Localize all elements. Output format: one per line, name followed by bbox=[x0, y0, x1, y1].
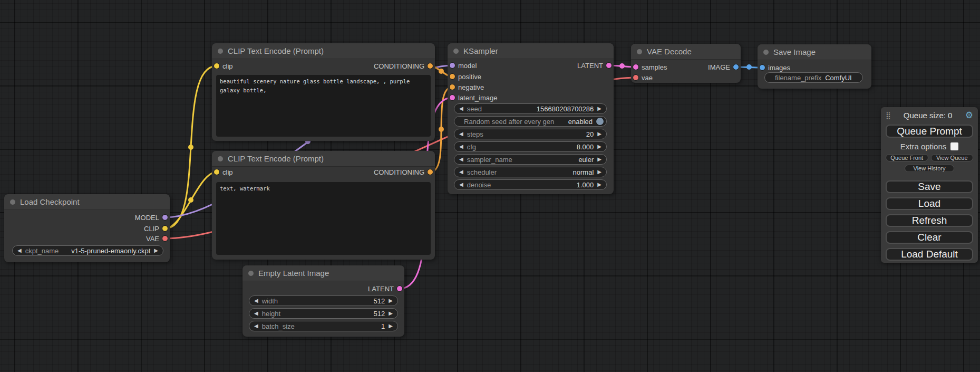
collapse-dot-icon[interactable] bbox=[248, 271, 254, 276]
node-titlebar[interactable]: CLIP Text Encode (Prompt) bbox=[212, 151, 435, 167]
widget-seed[interactable]: ◀ seed 156680208700286 ▶ bbox=[454, 103, 607, 114]
widget-denoise[interactable]: ◀ denoise 1.000 ▶ bbox=[454, 179, 607, 190]
clip-port-icon[interactable] bbox=[214, 63, 219, 69]
decrement-icon[interactable]: ◀ bbox=[254, 298, 258, 303]
output-latent: LATENT bbox=[577, 60, 612, 71]
collapse-dot-icon[interactable] bbox=[10, 199, 15, 205]
increment-icon[interactable]: ▶ bbox=[154, 248, 158, 253]
conditioning-port-icon[interactable] bbox=[428, 169, 433, 175]
port-label: model bbox=[458, 62, 477, 70]
conditioning-port-icon[interactable] bbox=[450, 74, 455, 79]
image-port-icon[interactable] bbox=[733, 64, 739, 70]
widget-batch-size[interactable]: ◀ batch_size 1 ▶ bbox=[249, 321, 398, 331]
input-images: images bbox=[760, 62, 790, 73]
widget-random-seed-toggle[interactable]: Random seed after every gen enabled bbox=[454, 116, 607, 127]
decrement-icon[interactable]: ◀ bbox=[459, 169, 463, 175]
node-load-checkpoint[interactable]: Load Checkpoint MODEL CLIP VAE ◀ ckpt_na… bbox=[4, 194, 170, 262]
clip-port-icon[interactable] bbox=[162, 226, 168, 231]
node-clip-text-encode-negative[interactable]: CLIP Text Encode (Prompt) clip CONDITION… bbox=[212, 151, 435, 260]
node-titlebar[interactable]: VAE Decode bbox=[631, 44, 741, 60]
widget-width[interactable]: ◀ width 512 ▶ bbox=[249, 295, 398, 306]
collapse-dot-icon[interactable] bbox=[763, 50, 769, 55]
queue-prompt-button[interactable]: Queue Prompt bbox=[886, 125, 973, 138]
decrement-icon[interactable]: ◀ bbox=[459, 144, 463, 149]
queue-size-label: Queue size: 0 bbox=[891, 111, 965, 120]
collapse-dot-icon[interactable] bbox=[218, 156, 223, 161]
node-titlebar[interactable]: Save Image bbox=[758, 44, 871, 60]
node-clip-text-encode-positive[interactable]: CLIP Text Encode (Prompt) clip CONDITION… bbox=[212, 43, 435, 141]
input-model: model bbox=[450, 60, 477, 71]
widget-label: ckpt_name bbox=[25, 247, 59, 255]
widget-scheduler[interactable]: ◀ scheduler normal ▶ bbox=[454, 167, 607, 177]
increment-icon[interactable]: ▶ bbox=[389, 311, 393, 316]
decrement-icon[interactable]: ◀ bbox=[459, 182, 463, 187]
increment-icon[interactable]: ▶ bbox=[597, 144, 601, 149]
refresh-button[interactable]: Refresh bbox=[886, 214, 973, 227]
increment-icon[interactable]: ▶ bbox=[597, 131, 601, 137]
node-titlebar[interactable]: Load Checkpoint bbox=[4, 194, 170, 210]
view-history-button[interactable]: View History bbox=[905, 165, 955, 172]
increment-icon[interactable]: ▶ bbox=[597, 182, 601, 187]
conditioning-port-icon[interactable] bbox=[428, 63, 433, 69]
node-titlebar[interactable]: CLIP Text Encode (Prompt) bbox=[212, 43, 435, 59]
increment-icon[interactable]: ▶ bbox=[597, 106, 601, 111]
view-queue-button[interactable]: View Queue bbox=[931, 154, 974, 161]
node-title: KSampler bbox=[463, 46, 498, 55]
node-title: Empty Latent Image bbox=[258, 269, 329, 278]
latent-port-icon[interactable] bbox=[606, 63, 612, 68]
decrement-icon[interactable]: ◀ bbox=[459, 157, 463, 162]
latent-port-icon[interactable] bbox=[397, 286, 402, 291]
toggle-dot-icon[interactable] bbox=[596, 118, 604, 125]
widget-sampler-name[interactable]: ◀ sampler_name euler ▶ bbox=[454, 154, 607, 165]
prompt-textarea[interactable]: text, watermark bbox=[216, 182, 431, 255]
settings-gear-icon[interactable]: ⚙ bbox=[965, 111, 973, 120]
graph-canvas[interactable]: Load Checkpoint MODEL CLIP VAE ◀ ckpt_na… bbox=[0, 0, 980, 372]
decrement-icon[interactable]: ◀ bbox=[17, 248, 22, 253]
clip-port-icon[interactable] bbox=[214, 169, 219, 175]
decrement-icon[interactable]: ◀ bbox=[254, 323, 258, 329]
queue-front-button[interactable]: Queue Front bbox=[886, 154, 928, 161]
conditioning-port-icon[interactable] bbox=[450, 84, 455, 90]
vae-port-icon[interactable] bbox=[633, 75, 638, 80]
latent-port-icon[interactable] bbox=[633, 64, 638, 70]
image-port-icon[interactable] bbox=[760, 65, 765, 70]
increment-icon[interactable]: ▶ bbox=[389, 298, 393, 303]
increment-icon[interactable]: ▶ bbox=[597, 169, 601, 175]
vae-port-icon[interactable] bbox=[162, 236, 168, 241]
load-default-button[interactable]: Load Default bbox=[886, 248, 973, 261]
load-button[interactable]: Load bbox=[886, 197, 973, 210]
node-titlebar[interactable]: KSampler bbox=[448, 43, 614, 59]
widget-filename-prefix[interactable]: filename_prefix ComfyUI bbox=[764, 72, 863, 83]
widget-height[interactable]: ◀ height 512 ▶ bbox=[249, 308, 398, 319]
save-button[interactable]: Save bbox=[886, 180, 973, 193]
node-empty-latent-image[interactable]: Empty Latent Image LATENT ◀ width 512 ▶ … bbox=[242, 265, 404, 337]
model-port-icon[interactable] bbox=[450, 63, 455, 68]
node-titlebar[interactable]: Empty Latent Image bbox=[242, 265, 404, 281]
node-ksampler[interactable]: KSampler model positive negative latent_… bbox=[448, 43, 614, 194]
clear-button[interactable]: Clear bbox=[886, 231, 973, 244]
increment-icon[interactable]: ▶ bbox=[597, 157, 601, 162]
drag-handle-icon[interactable]: ⣿ bbox=[886, 112, 891, 119]
widget-steps[interactable]: ◀ steps 20 ▶ bbox=[454, 129, 607, 139]
prompt-textarea[interactable]: beautiful scenery nature glass bottle la… bbox=[216, 75, 431, 137]
output-model: MODEL bbox=[135, 212, 168, 223]
port-label: VAE bbox=[146, 235, 159, 243]
widget-value: ComfyUI bbox=[825, 74, 852, 82]
increment-icon[interactable]: ▶ bbox=[389, 323, 393, 329]
decrement-icon[interactable]: ◀ bbox=[459, 131, 463, 137]
collapse-dot-icon[interactable] bbox=[637, 49, 642, 54]
widget-value: normal bbox=[573, 168, 594, 176]
output-vae: VAE bbox=[146, 233, 168, 244]
collapse-dot-icon[interactable] bbox=[218, 49, 223, 54]
node-save-image[interactable]: Save Image images filename_prefix ComfyU… bbox=[758, 44, 871, 89]
decrement-icon[interactable]: ◀ bbox=[254, 311, 258, 316]
decrement-icon[interactable]: ◀ bbox=[459, 106, 463, 111]
input-samples: samples bbox=[633, 62, 667, 72]
model-port-icon[interactable] bbox=[162, 215, 168, 220]
widget-cfg[interactable]: ◀ cfg 8.000 ▶ bbox=[454, 141, 607, 152]
collapse-dot-icon[interactable] bbox=[453, 49, 459, 54]
node-vae-decode[interactable]: VAE Decode samples vae IMAGE bbox=[631, 44, 741, 83]
latent-port-icon[interactable] bbox=[450, 95, 455, 100]
extra-options-checkbox[interactable] bbox=[950, 142, 958, 150]
widget-ckpt-name[interactable]: ◀ ckpt_name v1-5-pruned-emaonly.ckpt ▶ bbox=[12, 245, 163, 256]
